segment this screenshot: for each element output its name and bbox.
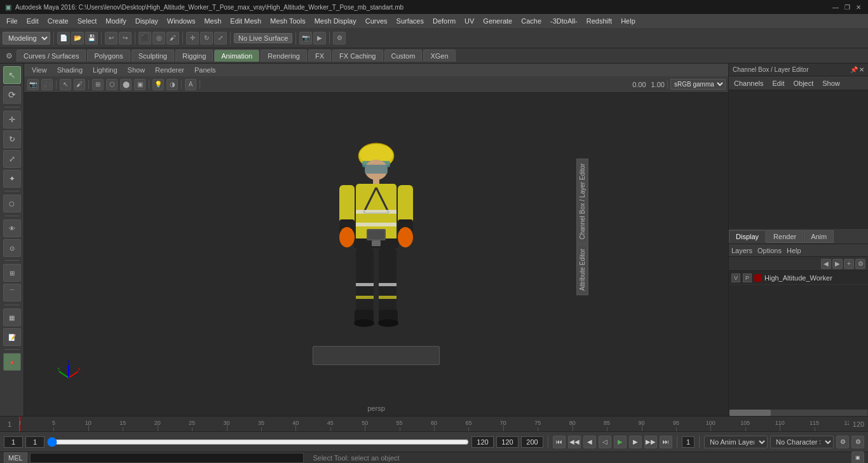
- lasso-tool-button[interactable]: ⟳: [3, 86, 21, 104]
- menu-item-create[interactable]: Create: [44, 16, 72, 26]
- layer-add-icon[interactable]: +: [844, 259, 854, 269]
- object-tab[interactable]: Object: [790, 78, 816, 88]
- soft-select-button[interactable]: ⬡: [3, 195, 21, 212]
- move-icon[interactable]: ✛: [186, 32, 199, 45]
- step-back-button[interactable]: ◀◀: [568, 436, 581, 448]
- close-button[interactable]: ✕: [854, 3, 863, 11]
- menu-item-redshift[interactable]: Redshift: [583, 16, 616, 26]
- menu-item-surfaces[interactable]: Surfaces: [393, 16, 428, 26]
- panels-menu[interactable]: Panels: [191, 66, 220, 74]
- vt-aa-icon[interactable]: A: [185, 79, 196, 90]
- help-subtab[interactable]: Help: [787, 247, 801, 254]
- sculpt-button[interactable]: 🔺: [3, 353, 21, 371]
- mel-input[interactable]: [30, 453, 304, 463]
- mode-tab-curves--surfaces[interactable]: Curves / Surfaces: [17, 50, 86, 62]
- frame-end-input[interactable]: [471, 436, 494, 448]
- select-tool-button[interactable]: ↖: [3, 66, 21, 84]
- menu-item-generate[interactable]: Generate: [479, 16, 516, 26]
- menu-item--3dtoall-[interactable]: -3DtoAll-: [546, 16, 581, 26]
- layer-settings-icon[interactable]: ⚙: [855, 259, 865, 269]
- menu-item-select[interactable]: Select: [74, 16, 101, 26]
- annotation-button[interactable]: 📝: [3, 328, 21, 346]
- vt-camera-icon[interactable]: 📷: [27, 79, 39, 90]
- vt-texture-icon[interactable]: ▣: [134, 79, 146, 90]
- viewport-canvas[interactable]: persp X Y Z: [24, 93, 728, 416]
- layer-scroll-right-icon[interactable]: ▶: [832, 259, 843, 269]
- vt-grid-icon[interactable]: ⊞: [92, 79, 104, 90]
- show-tab[interactable]: Show: [820, 78, 843, 88]
- minimize-button[interactable]: —: [831, 3, 840, 11]
- camera-icon[interactable]: 📷: [299, 32, 312, 45]
- mode-tab-rendering[interactable]: Rendering: [261, 50, 307, 62]
- vt-light-icon[interactable]: 💡: [153, 79, 164, 90]
- menu-item-mesh-tools[interactable]: Mesh Tools: [266, 16, 309, 26]
- show-menu[interactable]: Show: [124, 66, 149, 74]
- step-forward-button[interactable]: ▶▶: [644, 436, 657, 448]
- panel-pin-icon[interactable]: 📌: [850, 66, 858, 73]
- layer-color-swatch[interactable]: [754, 274, 762, 282]
- redo-icon[interactable]: ↪: [119, 32, 132, 45]
- rotate-tool-button[interactable]: ↻: [3, 130, 21, 148]
- channels-tab[interactable]: Channels: [731, 78, 766, 88]
- scale-icon[interactable]: ⤢: [214, 32, 227, 45]
- menu-item-mesh-display[interactable]: Mesh Display: [311, 16, 360, 26]
- rotate-icon[interactable]: ↻: [200, 32, 213, 45]
- select-icon[interactable]: ⬛: [139, 32, 151, 45]
- paint-icon[interactable]: 🖌: [166, 32, 179, 45]
- vt-shadow-icon[interactable]: ◑: [166, 79, 178, 90]
- mode-tab-fx[interactable]: FX: [308, 50, 331, 62]
- mode-tab-animation[interactable]: Animation: [214, 50, 259, 62]
- render-region-button[interactable]: ▦: [3, 308, 21, 326]
- menu-item-help[interactable]: Help: [617, 16, 639, 26]
- menu-item-mesh[interactable]: Mesh: [200, 16, 225, 26]
- mode-tab-custom[interactable]: Custom: [384, 50, 423, 62]
- open-icon[interactable]: 📂: [71, 32, 84, 45]
- menu-item-modify[interactable]: Modify: [102, 16, 130, 26]
- vt-wireframe-icon[interactable]: ⬡: [106, 79, 118, 90]
- panel-close-icon[interactable]: ✕: [859, 66, 864, 73]
- playback-speed-display[interactable]: [682, 436, 695, 448]
- goto-end-button[interactable]: ⏭: [660, 436, 672, 448]
- menu-item-file[interactable]: File: [3, 16, 22, 26]
- snap-curve-button[interactable]: ⌒: [3, 284, 21, 301]
- layer-item[interactable]: V P High_Altitude_Worker: [729, 271, 868, 285]
- script-editor-button[interactable]: ▣: [851, 452, 864, 464]
- vt-select-icon[interactable]: ↖: [60, 79, 71, 90]
- anim-layer-settings-icon[interactable]: ⚙: [836, 436, 849, 448]
- menu-item-curves[interactable]: Curves: [362, 16, 391, 26]
- save-icon[interactable]: 💾: [85, 32, 98, 45]
- next-frame-button[interactable]: ▶: [629, 436, 642, 448]
- shading-menu[interactable]: Shading: [53, 66, 86, 74]
- settings-gear-icon[interactable]: ⚙: [3, 50, 15, 62]
- menu-item-uv[interactable]: UV: [461, 16, 478, 26]
- timeline[interactable]: 1 05101520253035404550556065707580859095…: [0, 416, 868, 431]
- render-layer-tab[interactable]: Render: [766, 230, 803, 243]
- view-menu[interactable]: View: [28, 66, 51, 74]
- render-icon[interactable]: ▶: [313, 32, 326, 45]
- layer-scrollbar[interactable]: [729, 410, 868, 416]
- mode-tab-polygons[interactable]: Polygons: [87, 50, 130, 62]
- menu-item-windows[interactable]: Windows: [163, 16, 200, 26]
- anim-layer-select[interactable]: No Anim Layer: [704, 436, 768, 448]
- frame-start-input[interactable]: [25, 436, 44, 448]
- mode-tab-xgen[interactable]: XGen: [423, 50, 455, 62]
- snap-grid-button[interactable]: ⊞: [3, 264, 21, 282]
- mode-select[interactable]: Modeling: [3, 32, 50, 45]
- menu-item-cache[interactable]: Cache: [517, 16, 545, 26]
- universal-tool-button[interactable]: ✦: [3, 170, 21, 188]
- anim-layer-tab[interactable]: Anim: [804, 230, 834, 243]
- goto-start-button[interactable]: ⏮: [553, 436, 566, 448]
- options-subtab[interactable]: Options: [757, 247, 782, 254]
- frame-max-input[interactable]: [521, 436, 543, 448]
- layer-visibility-toggle[interactable]: V: [731, 273, 740, 282]
- display-layer-tab[interactable]: Display: [729, 230, 766, 243]
- play-forward-button[interactable]: ▶: [614, 436, 627, 448]
- frame-range-end[interactable]: [496, 436, 519, 448]
- menu-item-edit[interactable]: Edit: [23, 16, 43, 26]
- layers-subtab[interactable]: Layers: [731, 247, 752, 254]
- layer-playback-toggle[interactable]: P: [743, 273, 752, 282]
- play-backward-button[interactable]: ◁: [599, 436, 611, 448]
- maximize-button[interactable]: ❐: [843, 3, 851, 11]
- channel-box-tab[interactable]: Channel Box / Layer Editor: [576, 159, 588, 244]
- isolate-button[interactable]: ⊙: [3, 239, 21, 257]
